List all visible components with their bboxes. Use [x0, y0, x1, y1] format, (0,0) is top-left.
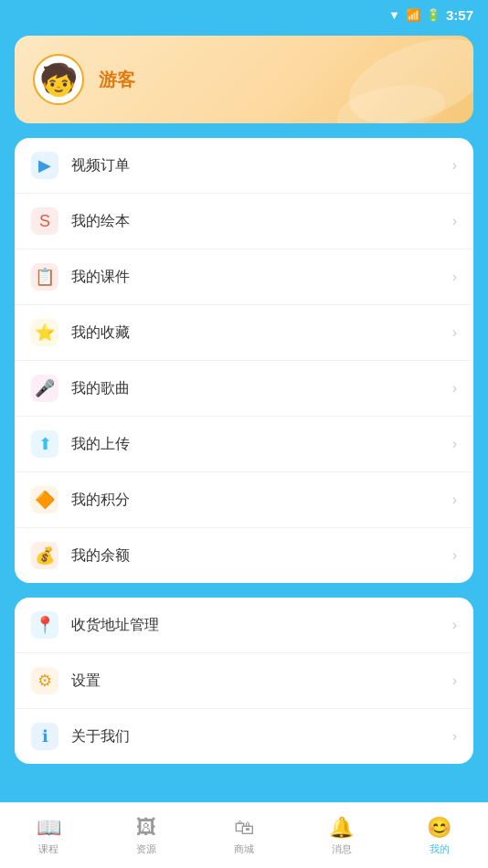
my-songs-label: 我的歌曲: [71, 379, 440, 398]
settings-label: 设置: [71, 672, 440, 691]
video-order-arrow: ›: [452, 157, 457, 174]
my-uploads-arrow: ›: [452, 436, 457, 452]
my-picture-book-icon: S: [31, 207, 58, 235]
menu-section-1: ▶ 视频订单 › S 我的绘本 › 📋 我的课件 › ⭐ 我的收藏 › 🎤 我的…: [15, 138, 473, 583]
main-content: 🧒 游客 ▶ 视频订单 › S 我的绘本 › 📋 我的课件 › ⭐ 我的收藏 ›…: [0, 26, 488, 837]
my-balance-arrow: ›: [452, 547, 457, 564]
battery-icon: 🔋: [426, 8, 440, 22]
menu-item-about-us[interactable]: ℹ 关于我们 ›: [15, 709, 473, 764]
menu-item-my-picture-book[interactable]: S 我的绘本 ›: [15, 194, 473, 249]
tab-resources-icon: 🖼: [136, 816, 156, 840]
tab-course-label: 课程: [38, 842, 58, 856]
tab-mine-icon: 😊: [427, 816, 451, 840]
my-uploads-label: 我的上传: [71, 435, 440, 454]
menu-section-2: 📍 收货地址管理 › ⚙ 设置 › ℹ 关于我们 ›: [15, 598, 473, 764]
settings-arrow: ›: [452, 672, 457, 689]
tab-course-icon: 📖: [37, 816, 61, 840]
tab-messages[interactable]: 🔔 消息: [292, 810, 390, 862]
about-us-icon: ℹ: [31, 723, 58, 750]
my-points-arrow: ›: [452, 492, 457, 508]
my-points-label: 我的积分: [71, 491, 440, 510]
my-courseware-label: 我的课件: [71, 268, 440, 287]
video-order-icon: ▶: [31, 152, 58, 179]
my-courseware-arrow: ›: [452, 269, 457, 285]
settings-icon: ⚙: [31, 667, 58, 694]
profile-card[interactable]: 🧒 游客: [15, 36, 473, 123]
video-order-label: 视频订单: [71, 156, 440, 175]
tab-course[interactable]: 📖 课程: [0, 810, 98, 862]
my-picture-book-arrow: ›: [452, 213, 457, 229]
menu-item-my-balance[interactable]: 💰 我的余额 ›: [15, 528, 473, 583]
profile-name: 游客: [99, 68, 135, 92]
my-points-icon: 🔶: [31, 486, 58, 513]
menu-item-video-order[interactable]: ▶ 视频订单 ›: [15, 138, 473, 194]
menu-item-shipping-address[interactable]: 📍 收货地址管理 ›: [15, 598, 473, 653]
my-uploads-icon: ⬆: [31, 430, 58, 458]
shipping-address-icon: 📍: [31, 611, 58, 639]
menu-item-my-courseware[interactable]: 📋 我的课件 ›: [15, 249, 473, 305]
about-us-arrow: ›: [452, 728, 457, 745]
status-bar: ▼ 📶 🔋 3:57: [0, 0, 488, 26]
my-favorites-icon: ⭐: [31, 319, 58, 346]
my-favorites-arrow: ›: [452, 324, 457, 341]
my-songs-arrow: ›: [452, 380, 457, 397]
tab-resources-label: 资源: [136, 842, 156, 856]
avatar: 🧒: [33, 54, 84, 105]
about-us-label: 关于我们: [71, 727, 440, 746]
tab-messages-label: 消息: [332, 842, 352, 856]
tab-shop-icon: 🛍: [234, 816, 254, 840]
tab-shop-label: 商城: [234, 842, 254, 856]
menu-item-my-favorites[interactable]: ⭐ 我的收藏 ›: [15, 305, 473, 361]
tab-mine[interactable]: 😊 我的: [390, 810, 488, 862]
wifi-icon: ▼: [388, 8, 400, 22]
avatar-emoji: 🧒: [39, 61, 78, 98]
my-balance-label: 我的余额: [71, 546, 440, 566]
tab-mine-label: 我的: [430, 842, 450, 856]
tab-shop[interactable]: 🛍 商城: [196, 810, 293, 862]
menu-item-settings[interactable]: ⚙ 设置 ›: [15, 653, 473, 709]
shipping-address-label: 收货地址管理: [71, 616, 440, 635]
status-time: 3:57: [446, 7, 473, 23]
my-picture-book-label: 我的绘本: [71, 212, 440, 231]
tab-messages-icon: 🔔: [329, 816, 354, 840]
menu-item-my-points[interactable]: 🔶 我的积分 ›: [15, 472, 473, 528]
my-songs-icon: 🎤: [31, 375, 58, 402]
menu-item-my-songs[interactable]: 🎤 我的歌曲 ›: [15, 361, 473, 417]
my-courseware-icon: 📋: [31, 263, 58, 291]
shipping-address-arrow: ›: [452, 617, 457, 633]
my-favorites-label: 我的收藏: [71, 323, 440, 343]
my-balance-icon: 💰: [31, 542, 58, 569]
tab-bar: 📖 课程 🖼 资源 🛍 商城 🔔 消息 😊 我的: [0, 802, 488, 868]
signal-icon: 📶: [406, 8, 420, 22]
menu-item-my-uploads[interactable]: ⬆ 我的上传 ›: [15, 417, 473, 472]
tab-resources[interactable]: 🖼 资源: [98, 810, 196, 862]
